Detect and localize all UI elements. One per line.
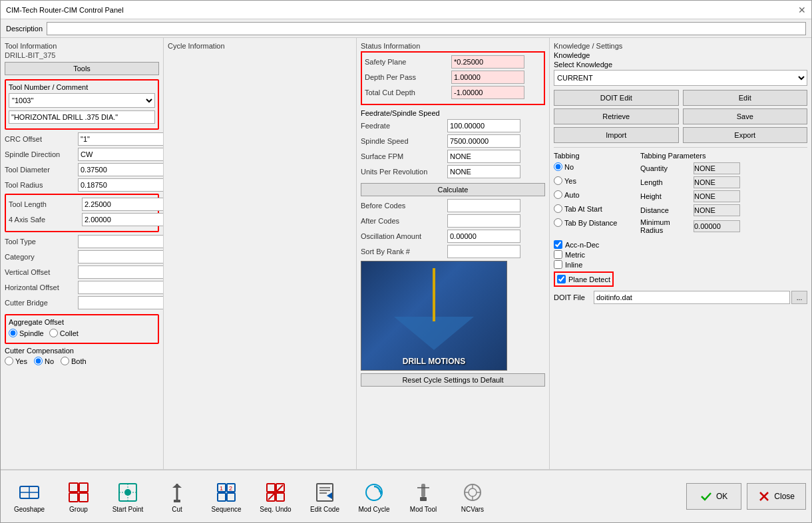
spindle-dir-label: Spindle Direction	[5, 150, 78, 158]
export-button[interactable]: Export	[683, 127, 808, 143]
after-codes-input[interactable]	[447, 214, 520, 228]
min-radius-input[interactable]	[694, 220, 740, 232]
tab-auto-radio[interactable]	[554, 190, 562, 199]
knowledge-dropdown[interactable]: CURRENT	[554, 70, 807, 86]
tab-by-distance-radio[interactable]	[554, 218, 562, 227]
tab-by-distance-item[interactable]: Tab By Distance	[554, 218, 634, 227]
sequence-button[interactable]: 1 2 Sequence	[203, 474, 250, 519]
seq-undo-label: Seq. Undo	[260, 506, 291, 513]
tool-length-input[interactable]	[82, 198, 164, 211]
doit-file-input[interactable]	[594, 291, 790, 304]
doit-edit-button[interactable]: DOIT Edit	[554, 90, 679, 106]
tool-dia-input[interactable]	[78, 163, 164, 176]
plane-detect-label: Plane Detect	[568, 275, 610, 283]
cut-button[interactable]: Cut	[154, 474, 200, 519]
height-input[interactable]	[694, 190, 740, 202]
cutter-yes-radio[interactable]	[5, 357, 13, 365]
plane-detect-checkbox[interactable]	[557, 275, 566, 283]
acc-n-dec-label: Acc-n-Dec	[565, 241, 599, 249]
retrieve-button[interactable]: Retrieve	[554, 108, 679, 124]
horizontal-offset-label: Horizontal Offset	[5, 283, 78, 291]
depth-per-pass-label: Depth Per Pass	[365, 73, 451, 81]
spindle-dir-input[interactable]	[78, 148, 164, 161]
collet-radio[interactable]	[49, 329, 58, 337]
close-button[interactable]: Close	[747, 483, 806, 510]
save-button[interactable]: Save	[683, 108, 808, 124]
category-input[interactable]	[78, 250, 164, 263]
tools-button[interactable]: Tools	[5, 62, 159, 75]
length-input[interactable]	[694, 176, 740, 188]
reset-cycle-button[interactable]: Reset Cycle Settings to Default	[361, 373, 545, 387]
spindle-speed-row: Spindle Speed	[361, 134, 545, 148]
total-cut-depth-input[interactable]	[451, 86, 524, 99]
tab-yes-radio[interactable]	[554, 176, 562, 185]
inline-checkbox[interactable]	[554, 260, 562, 269]
axis-safe-input[interactable]	[82, 213, 164, 226]
depth-per-pass-input[interactable]	[451, 71, 524, 84]
mod-tool-button[interactable]: Mod Tool	[400, 474, 447, 519]
category-label: Category	[5, 253, 78, 261]
svg-marker-12	[172, 484, 182, 488]
total-cut-depth-row: Total Cut Depth	[365, 86, 541, 99]
tab-at-start-item[interactable]: Tab At Start	[554, 204, 634, 213]
ncvars-button[interactable]: NCVars	[449, 474, 496, 519]
oscillation-input[interactable]	[447, 230, 520, 243]
metric-checkbox[interactable]	[554, 250, 562, 259]
cutter-yes-item[interactable]: Yes	[5, 357, 27, 365]
select-knowledge-label: Select Knowledge	[554, 61, 807, 69]
tab-yes-item[interactable]: Yes	[554, 176, 634, 185]
distance-input[interactable]	[694, 204, 740, 216]
edit-code-button[interactable]: Edit Code	[302, 474, 348, 519]
sort-rank-input[interactable]	[447, 245, 520, 258]
geoshape-icon	[17, 480, 41, 504]
calculate-button[interactable]: Calculate	[361, 183, 545, 196]
cutter-no-item[interactable]: No	[34, 357, 54, 365]
vertical-offset-input[interactable]	[78, 265, 164, 279]
cutter-bridge-input[interactable]	[78, 296, 164, 309]
import-button[interactable]: Import	[554, 127, 679, 143]
spindle-speed-input[interactable]	[447, 134, 520, 148]
cutter-comp-label: Cutter Compensation	[5, 347, 159, 355]
tab-at-start-radio[interactable]	[554, 204, 562, 213]
seq-undo-button[interactable]: Seq. Undo	[252, 474, 299, 519]
horizontal-offset-row: Horizontal Offset	[5, 281, 159, 294]
units-rev-input[interactable]	[447, 165, 520, 178]
description-input[interactable]	[47, 22, 806, 35]
cutter-both-item[interactable]: Both	[61, 357, 87, 365]
doit-browse-button[interactable]: ...	[791, 291, 807, 304]
tool-type-input[interactable]	[78, 235, 164, 248]
geoshape-button[interactable]: Geoshape	[6, 474, 53, 519]
crc-offset-input[interactable]	[78, 132, 164, 146]
tool-number-dropdown[interactable]: "1003"	[9, 93, 155, 108]
mod-cycle-button[interactable]: Mod Cycle	[351, 474, 397, 519]
spindle-radio[interactable]	[9, 329, 17, 337]
feedrate-input[interactable]	[447, 119, 520, 132]
start-point-button[interactable]: Start Point	[104, 474, 151, 519]
window-close-button[interactable]: ✕	[798, 5, 806, 15]
quantity-input[interactable]	[694, 162, 740, 174]
tab-no-radio[interactable]	[554, 162, 562, 171]
cutter-both-label: Both	[71, 357, 87, 365]
horizontal-offset-input[interactable]	[78, 281, 164, 294]
tool-radius-input[interactable]	[78, 178, 164, 192]
surface-fpm-input[interactable]	[447, 150, 520, 163]
tab-auto-item[interactable]: Auto	[554, 190, 634, 199]
ok-button[interactable]: OK	[686, 483, 741, 510]
main-content: Tool Information DRILL-BIT_375 Tools Too…	[1, 38, 811, 469]
group-button[interactable]: Group	[55, 474, 102, 519]
tool-comment-input[interactable]	[9, 110, 155, 124]
toolbar: Geoshape Group	[1, 469, 811, 522]
edit-button[interactable]: Edit	[683, 90, 808, 106]
collet-radio-item[interactable]: Collet	[49, 329, 79, 337]
tab-no-item[interactable]: No	[554, 162, 634, 171]
before-codes-input[interactable]	[447, 199, 520, 212]
cutter-no-radio[interactable]	[34, 357, 43, 365]
cutter-both-radio[interactable]	[61, 357, 69, 365]
height-label: Height	[640, 192, 694, 200]
acc-n-dec-checkbox[interactable]	[554, 240, 562, 249]
cutter-bridge-row: Cutter Bridge	[5, 296, 159, 309]
sequence-icon: 1 2	[214, 480, 238, 504]
safety-plane-input[interactable]	[451, 55, 524, 69]
spindle-radio-item[interactable]: Spindle	[9, 329, 44, 337]
geoshape-label: Geoshape	[14, 506, 45, 513]
